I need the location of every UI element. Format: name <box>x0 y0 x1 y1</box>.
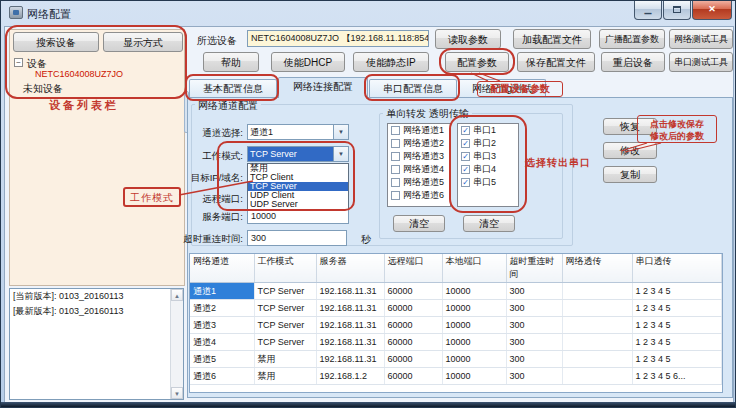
table-row[interactable]: 通道4TCP Server192.168.11.3160000100003001… <box>190 334 722 351</box>
table-cell[interactable]: 60000 <box>384 334 442 351</box>
table-cell[interactable]: 300 <box>506 300 562 317</box>
table-row[interactable]: 通道6禁用192.168.1.260000100003001 2 3 4 5 6… <box>190 368 722 385</box>
table-cell[interactable]: 192.168.11.31 <box>316 300 384 317</box>
broadcast-params-button[interactable]: 广播配置参数 <box>599 29 665 49</box>
table-cell[interactable] <box>562 334 632 351</box>
table-cell[interactable]: 10000 <box>442 283 506 300</box>
table-cell[interactable]: TCP Server <box>254 300 316 317</box>
table-cell[interactable]: 300 <box>506 368 562 385</box>
tab-network-ping[interactable]: 网络Ping测试 <box>458 79 546 98</box>
server-port-field[interactable]: 10000 <box>247 208 349 224</box>
enable-static-ip-button[interactable]: 使能静态IP <box>353 52 429 72</box>
table-cell[interactable]: 300 <box>506 283 562 300</box>
table-cell[interactable]: 60000 <box>384 351 442 368</box>
table-cell[interactable]: 10000 <box>442 351 506 368</box>
checked-checkbox-icon[interactable]: ✓ <box>461 178 470 187</box>
checked-checkbox-icon[interactable]: ✓ <box>461 139 470 148</box>
table-cell[interactable]: 10000 <box>442 334 506 351</box>
display-mode-button[interactable]: 显示方式 <box>103 32 183 52</box>
table-cell[interactable]: 通道1 <box>190 283 254 300</box>
table-cell[interactable]: 60000 <box>384 368 442 385</box>
serial-port-checkbox-item[interactable]: ✓串口3 <box>458 150 518 163</box>
table-cell[interactable]: 1 2 3 4 5 <box>632 334 722 351</box>
restore-button[interactable]: 恢复 <box>603 118 657 135</box>
network-test-tool-button[interactable]: 网络测试工具 <box>669 29 733 49</box>
config-params-button[interactable]: 配置参数 <box>445 52 509 72</box>
table-cell[interactable]: 1 2 3 4 5 <box>632 351 722 368</box>
unchecked-checkbox-icon[interactable] <box>391 191 400 200</box>
checked-checkbox-icon[interactable]: ✓ <box>461 126 470 135</box>
table-header-cell[interactable]: 本地端口 <box>442 254 506 283</box>
table-cell[interactable]: 192.168.11.31 <box>316 283 384 300</box>
tree-expander-icon[interactable]: − <box>14 58 23 67</box>
checked-checkbox-icon[interactable]: ✓ <box>461 152 470 161</box>
maximize-button[interactable] <box>663 1 691 20</box>
clear-network-button[interactable]: 清空 <box>393 215 445 232</box>
channel-table-container[interactable]: 网络通道工作模式服务器远程端口本地端口超时重连时间网络透传串口透传 通道1TCP… <box>189 253 723 393</box>
copy-button[interactable]: 复制 <box>603 166 657 183</box>
table-cell[interactable]: 60000 <box>384 283 442 300</box>
close-button[interactable]: ✕ <box>692 1 732 20</box>
network-channel-checkbox-item[interactable]: 网络通道6 <box>388 189 450 202</box>
unchecked-checkbox-icon[interactable] <box>391 139 400 148</box>
unchecked-checkbox-icon[interactable] <box>391 126 400 135</box>
table-row[interactable]: 通道1TCP Server192.168.11.3160000100003001… <box>190 283 722 300</box>
search-device-button[interactable]: 搜索设备 <box>13 32 99 52</box>
table-cell[interactable]: 300 <box>506 351 562 368</box>
timeout-field[interactable]: 300 <box>247 230 347 246</box>
load-config-button[interactable]: 加载配置文件 <box>513 29 591 49</box>
serial-port-checkbox-item[interactable]: ✓串口1 <box>458 124 518 137</box>
unchecked-checkbox-icon[interactable] <box>391 178 400 187</box>
table-cell[interactable]: 192.168.11.31 <box>316 334 384 351</box>
network-channel-checkbox-item[interactable]: 网络通道4 <box>388 163 450 176</box>
tab-network-connection[interactable]: 网络连接配置 <box>278 77 368 98</box>
table-header-cell[interactable]: 超时重连时间 <box>506 254 562 283</box>
serial-port-checkbox-item[interactable]: ✓串口5 <box>458 176 518 189</box>
enable-dhcp-button[interactable]: 使能DHCP <box>271 52 345 72</box>
table-cell[interactable]: 10000 <box>442 317 506 334</box>
table-cell[interactable] <box>562 283 632 300</box>
minimize-button[interactable]: ▁ <box>634 1 662 20</box>
table-cell[interactable]: 10000 <box>442 368 506 385</box>
table-cell[interactable] <box>562 300 632 317</box>
scroll-up-icon[interactable]: ▲ <box>171 289 183 301</box>
channel-select-combo[interactable]: 通道1 ▼ <box>247 124 349 140</box>
table-row[interactable]: 通道3TCP Server192.168.11.3160000100003001… <box>190 317 722 334</box>
table-cell[interactable]: 通道2 <box>190 300 254 317</box>
serial-port-checkbox-item[interactable]: ✓串口4 <box>458 163 518 176</box>
table-cell[interactable]: 1 2 3 4 5 <box>632 300 722 317</box>
work-mode-dropdown-list[interactable]: 禁用TCP ClientTCP ServerUDP ClientUDP Serv… <box>247 163 349 210</box>
network-channel-checklist[interactable]: 网络通道1网络通道2网络通道3网络通道4网络通道5网络通道6 <box>387 123 451 207</box>
table-cell[interactable]: 1 2 3 4 5 6... <box>632 368 722 385</box>
read-params-button[interactable]: 读取参数 <box>435 29 501 49</box>
help-button[interactable]: 帮助 <box>203 52 259 72</box>
serial-port-checkbox-item[interactable]: ✓串口2 <box>458 137 518 150</box>
table-header-cell[interactable]: 网络透传 <box>562 254 632 283</box>
save-config-button[interactable]: 保存配置文件 <box>517 52 595 72</box>
tree-device-item[interactable]: NETC1604008UZ7JO <box>35 69 123 79</box>
table-cell[interactable]: 禁用 <box>254 351 316 368</box>
work-mode-combo[interactable]: TCP Server ▼ <box>247 146 349 162</box>
scroll-down-icon[interactable]: ▼ <box>171 387 183 399</box>
chevron-down-icon[interactable]: ▼ <box>333 125 348 139</box>
chevron-down-icon[interactable]: ▼ <box>333 147 348 161</box>
table-cell[interactable]: 300 <box>506 317 562 334</box>
table-cell[interactable]: 禁用 <box>254 368 316 385</box>
title-bar[interactable]: 网络配置 ▁ ✕ <box>1 1 735 26</box>
tab-basic-config[interactable]: 基本配置信息 <box>189 79 277 98</box>
network-channel-checkbox-item[interactable]: 网络通道2 <box>388 137 450 150</box>
table-cell[interactable]: 1 2 3 4 5 <box>632 317 722 334</box>
table-cell[interactable]: 192.168.1.2 <box>316 368 384 385</box>
work-mode-option[interactable]: UDP Server <box>248 200 348 209</box>
table-cell[interactable]: TCP Server <box>254 334 316 351</box>
unchecked-checkbox-icon[interactable] <box>391 152 400 161</box>
table-header-cell[interactable]: 网络通道 <box>190 254 254 283</box>
version-log-listbox[interactable]: [当前版本]: 0103_20160113[最新版本]: 0103_201601… <box>9 288 184 400</box>
table-cell[interactable]: 192.168.11.31 <box>316 317 384 334</box>
table-cell[interactable]: 通道4 <box>190 334 254 351</box>
table-header-row[interactable]: 网络通道工作模式服务器远程端口本地端口超时重连时间网络透传串口透传 <box>190 254 722 283</box>
tree-unknown-device[interactable]: 未知设备 <box>23 82 63 96</box>
tab-serial-config[interactable]: 串口配置信息 <box>369 79 457 98</box>
clear-serial-button[interactable]: 清空 <box>463 215 515 232</box>
table-cell[interactable]: 通道3 <box>190 317 254 334</box>
